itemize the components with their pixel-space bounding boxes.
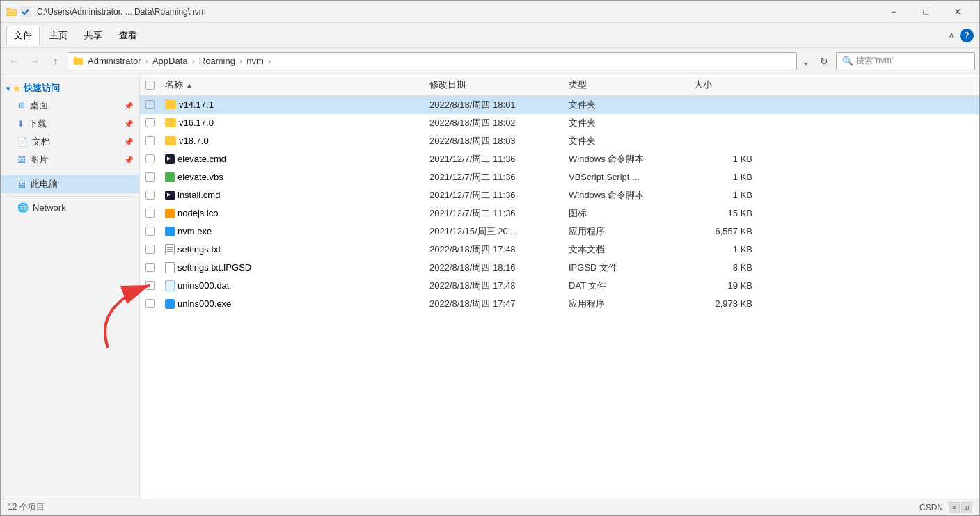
file-name: v16.17.0 bbox=[179, 118, 214, 128]
row-check[interactable] bbox=[140, 281, 159, 290]
file-date: 2022/8/18/周四 18:01 bbox=[424, 99, 563, 111]
window-folder-icon bbox=[6, 6, 17, 17]
row-check[interactable] bbox=[140, 118, 159, 127]
file-type: 应用程序 bbox=[563, 225, 688, 238]
row-checkbox[interactable] bbox=[145, 172, 155, 182]
forward-button[interactable]: → bbox=[26, 52, 44, 70]
select-all-checkbox[interactable] bbox=[145, 81, 155, 90]
address-dropdown-button[interactable]: ⌄ bbox=[800, 52, 812, 70]
ribbon-tab-file[interactable]: 文件 bbox=[6, 26, 40, 45]
row-checkbox[interactable] bbox=[145, 299, 155, 308]
address-box[interactable]: Administrator › AppData › Roaming › nvm … bbox=[68, 52, 797, 70]
row-check[interactable] bbox=[140, 263, 159, 272]
detail-view-button[interactable]: ⊞ bbox=[961, 502, 972, 513]
file-date: 2021/12/7/周二 11:36 bbox=[424, 171, 563, 184]
address-crumb-roaming[interactable]: Roaming bbox=[199, 56, 235, 66]
file-name-cell: elevate.cmd bbox=[159, 154, 424, 164]
row-check[interactable] bbox=[140, 227, 159, 236]
address-crumb-administrator[interactable]: Administrator bbox=[88, 56, 141, 66]
file-size: 2,978 KB bbox=[688, 298, 758, 309]
row-checkbox[interactable] bbox=[145, 209, 155, 218]
file-row[interactable]: settings.txt.IPGSD 2022/8/18/周四 18:16 IP… bbox=[140, 259, 979, 277]
ribbon-tab-share[interactable]: 共享 bbox=[77, 26, 109, 45]
row-check[interactable] bbox=[140, 172, 159, 182]
sidebar-item-network[interactable]: 🌐 Network bbox=[1, 200, 139, 216]
file-row[interactable]: nvm.exe 2021/12/15/周三 20:... 应用程序 6,557 … bbox=[140, 223, 979, 241]
row-checkbox[interactable] bbox=[145, 136, 155, 145]
explorer-window: C:\Users\Administrator. ... Data\Roaming… bbox=[0, 0, 980, 516]
file-name: elevate.cmd bbox=[177, 154, 226, 164]
file-row[interactable]: unins000.exe 2022/8/18/周四 17:47 应用程序 2,9… bbox=[140, 295, 979, 313]
address-crumb-appdata[interactable]: AppData bbox=[152, 56, 188, 66]
file-row[interactable]: v16.17.0 2022/8/18/周四 18:02 文件夹 bbox=[140, 114, 979, 132]
close-button[interactable]: ✕ bbox=[942, 1, 974, 23]
row-checkbox[interactable] bbox=[145, 263, 155, 272]
file-size: 1 KB bbox=[688, 190, 758, 200]
row-check[interactable] bbox=[140, 100, 159, 109]
row-checkbox[interactable] bbox=[145, 191, 155, 200]
header-check[interactable] bbox=[140, 81, 159, 90]
sidebar-item-this-pc[interactable]: 🖥 此电脑 bbox=[1, 175, 139, 193]
file-row[interactable]: v18.7.0 2022/8/18/周四 18:03 文件夹 bbox=[140, 132, 979, 150]
sidebar-item-documents[interactable]: 📄 文档 📌 bbox=[1, 133, 139, 151]
quick-access-header[interactable]: ▾ ★ 快速访问 bbox=[1, 80, 139, 97]
header-name[interactable]: 名称 ▲ bbox=[159, 77, 424, 92]
address-bar: ← → ↑ Administrator › AppData › Roaming … bbox=[1, 48, 979, 74]
file-row[interactable]: elevate.cmd 2021/12/7/周二 11:36 Windows 命… bbox=[140, 150, 979, 168]
pin-icon-2: 📌 bbox=[124, 120, 134, 129]
file-name-cell: v16.17.0 bbox=[159, 118, 424, 128]
header-size[interactable]: 大小 bbox=[688, 77, 758, 92]
sidebar-item-desktop[interactable]: 🖥 桌面 📌 bbox=[1, 97, 139, 115]
maximize-button[interactable]: □ bbox=[910, 1, 942, 23]
folder-icon bbox=[165, 100, 176, 109]
file-date: 2022/8/18/周四 17:48 bbox=[424, 243, 563, 256]
help-button[interactable]: ? bbox=[960, 29, 974, 42]
pin-icon: 📌 bbox=[124, 102, 134, 111]
address-crumb-nvm[interactable]: nvm bbox=[246, 56, 264, 66]
row-checkbox[interactable] bbox=[145, 100, 155, 109]
back-button[interactable]: ← bbox=[5, 52, 23, 70]
list-view-button[interactable]: ≡ bbox=[949, 502, 960, 513]
row-check[interactable] bbox=[140, 136, 159, 145]
file-row[interactable]: nodejs.ico 2021/12/7/周二 11:36 图标 15 KB bbox=[140, 204, 979, 223]
network-section: 🌐 Network bbox=[1, 200, 139, 216]
search-box[interactable]: 🔍 搜索"nvm" bbox=[836, 52, 975, 70]
row-checkbox[interactable] bbox=[145, 281, 155, 290]
row-check[interactable] bbox=[140, 209, 159, 218]
row-check[interactable] bbox=[140, 299, 159, 308]
row-checkbox[interactable] bbox=[145, 245, 155, 254]
file-row[interactable]: install.cmd 2021/12/7/周二 11:36 Windows 命… bbox=[140, 186, 979, 204]
refresh-button[interactable]: ↻ bbox=[815, 52, 833, 70]
file-name: settings.txt.IPGSD bbox=[177, 262, 251, 273]
file-list-header: 名称 ▲ 修改日期 类型 大小 bbox=[140, 74, 979, 96]
row-check[interactable] bbox=[140, 245, 159, 254]
minimize-button[interactable]: − bbox=[878, 1, 910, 23]
file-row[interactable]: v14.17.1 2022/8/18/周四 18:01 文件夹 bbox=[140, 96, 979, 114]
file-name: settings.txt bbox=[177, 244, 221, 255]
this-pc-section: 🖥 此电脑 bbox=[1, 175, 139, 193]
file-area: 名称 ▲ 修改日期 类型 大小 v14.17.1 2022/8 bbox=[140, 74, 979, 499]
file-name: nvm.exe bbox=[177, 226, 212, 236]
header-type[interactable]: 类型 bbox=[563, 77, 688, 92]
row-check[interactable] bbox=[140, 154, 159, 163]
file-size: 8 KB bbox=[688, 262, 758, 273]
header-date[interactable]: 修改日期 bbox=[424, 77, 563, 92]
row-checkbox[interactable] bbox=[145, 118, 155, 127]
row-checkbox[interactable] bbox=[145, 154, 155, 163]
file-type: 文件夹 bbox=[563, 135, 688, 147]
sidebar-item-downloads[interactable]: ⬇ 下载 📌 bbox=[1, 115, 139, 133]
file-row[interactable]: settings.txt 2022/8/18/周四 17:48 文本文档 1 K… bbox=[140, 241, 979, 259]
sidebar: ▾ ★ 快速访问 🖥 桌面 📌 ⬇ 下载 📌 📄 文档 📌 bbox=[1, 74, 140, 499]
ribbon-tab-home[interactable]: 主页 bbox=[42, 26, 74, 45]
ribbon-tab-view[interactable]: 查看 bbox=[112, 26, 144, 45]
ribbon-collapse-icon[interactable]: ∧ bbox=[949, 31, 954, 40]
file-type: 图标 bbox=[563, 207, 688, 220]
file-row[interactable]: unins000.dat 2022/8/18/周四 17:48 DAT 文件 1… bbox=[140, 277, 979, 295]
row-checkbox[interactable] bbox=[145, 227, 155, 236]
sidebar-divider-1 bbox=[6, 172, 134, 172]
row-check[interactable] bbox=[140, 191, 159, 200]
pin-icon-3: 📌 bbox=[124, 138, 134, 147]
file-row[interactable]: elevate.vbs 2021/12/7/周二 11:36 VBScript … bbox=[140, 168, 979, 186]
up-button[interactable]: ↑ bbox=[47, 52, 65, 70]
sidebar-item-pictures[interactable]: 🖼 图片 📌 bbox=[1, 151, 139, 169]
